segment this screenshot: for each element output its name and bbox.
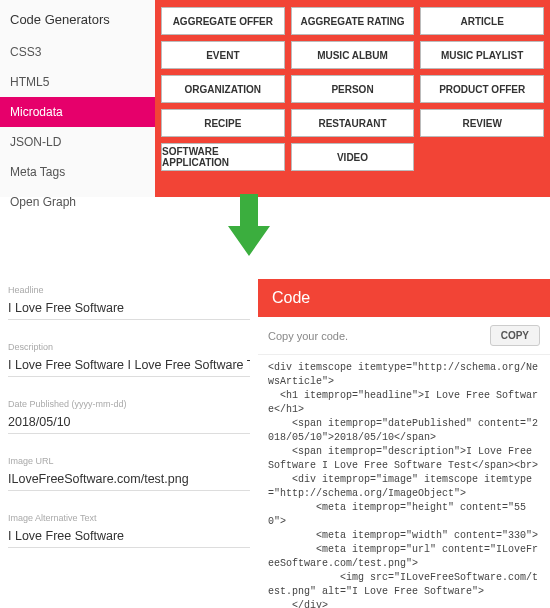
field-label: Headline bbox=[8, 285, 250, 295]
form-panel: HeadlineDescriptionDate Published (yyyy-… bbox=[0, 197, 258, 608]
sidebar-item-css3[interactable]: CSS3 bbox=[0, 37, 155, 67]
field-label: Description bbox=[8, 342, 250, 352]
schema-btn-aggregate-offer[interactable]: AGGREGATE OFFER bbox=[161, 7, 285, 35]
field-label: Image URL bbox=[8, 456, 250, 466]
schema-btn-article[interactable]: ARTICLE bbox=[420, 7, 544, 35]
schema-btn-person[interactable]: PERSON bbox=[291, 75, 415, 103]
schema-btn-event[interactable]: EVENT bbox=[161, 41, 285, 69]
schema-btn-product-offer[interactable]: PRODUCT OFFER bbox=[420, 75, 544, 103]
toolbar-text: Copy your code. bbox=[268, 330, 348, 342]
code-body: <div itemscope itemtype="http://schema.o… bbox=[258, 355, 550, 608]
schema-btn-aggregate-rating[interactable]: AGGREGATE RATING bbox=[291, 7, 415, 35]
sidebar-item-html5[interactable]: HTML5 bbox=[0, 67, 155, 97]
schema-grid: AGGREGATE OFFERAGGREGATE RATINGARTICLEEV… bbox=[155, 0, 550, 197]
field-input-date[interactable] bbox=[8, 413, 250, 434]
schema-btn-restaurant[interactable]: RESTAURANT bbox=[291, 109, 415, 137]
schema-btn-music-playlist[interactable]: MUSIC PLAYLIST bbox=[420, 41, 544, 69]
copy-button[interactable]: COPY bbox=[490, 325, 540, 346]
sidebar-title: Code Generators bbox=[0, 6, 155, 37]
field-input-image[interactable] bbox=[8, 527, 250, 548]
down-arrow-icon bbox=[228, 194, 270, 260]
schema-btn-music-album[interactable]: MUSIC ALBUM bbox=[291, 41, 415, 69]
sidebar-item-meta-tags[interactable]: Meta Tags bbox=[0, 157, 155, 187]
field-input-description[interactable] bbox=[8, 356, 250, 377]
field-label: Date Published (yyyy-mm-dd) bbox=[8, 399, 250, 409]
code-title: Code bbox=[258, 279, 550, 317]
schema-btn-review[interactable]: REVIEW bbox=[420, 109, 544, 137]
sidebar-item-json-ld[interactable]: JSON-LD bbox=[0, 127, 155, 157]
schema-btn-video[interactable]: VIDEO bbox=[291, 143, 415, 171]
schema-btn-software-application[interactable]: SOFTWARE APPLICATION bbox=[161, 143, 285, 171]
code-panel: Code Copy your code. COPY <div itemscope… bbox=[258, 279, 550, 608]
schema-btn-organization[interactable]: ORGANIZATION bbox=[161, 75, 285, 103]
schema-btn-recipe[interactable]: RECIPE bbox=[161, 109, 285, 137]
code-toolbar: Copy your code. COPY bbox=[258, 317, 550, 355]
sidebar: Code Generators CSS3HTML5MicrodataJSON-L… bbox=[0, 0, 155, 197]
field-label: Image Alternative Text bbox=[8, 513, 250, 523]
field-input-headline[interactable] bbox=[8, 299, 250, 320]
sidebar-item-microdata[interactable]: Microdata bbox=[0, 97, 155, 127]
field-input-image[interactable] bbox=[8, 470, 250, 491]
